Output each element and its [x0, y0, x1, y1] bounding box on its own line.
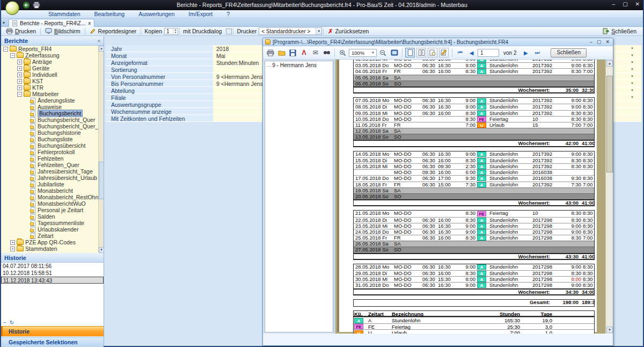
minus-expander-icon[interactable]: −: [17, 92, 22, 97]
pdf-export-icon[interactable]: Λ: [299, 48, 309, 58]
plus-expander-icon[interactable]: +: [17, 85, 22, 90]
preview-maximize-button[interactable]: ▢: [597, 39, 602, 45]
tree-item-kst[interactable]: +KST: [1, 78, 104, 84]
search-icon[interactable]: [321, 48, 332, 58]
tree-item-monatsbericht-restohnegeplant[interactable]: Monatsbericht_RestOhneGeplant: [1, 194, 104, 200]
dropdown-arrow-icon[interactable]: ▼: [631, 89, 634, 92]
tree-item-jubilarliste[interactable]: Jubilarliste: [1, 181, 104, 187]
scroll-thumb[interactable]: [99, 162, 104, 199]
drucker-select[interactable]: < Standarddrucker >▼: [259, 27, 322, 35]
next-page-icon[interactable]: ▶: [521, 48, 531, 58]
dropdown-arrow-icon[interactable]: ▼: [631, 75, 634, 78]
remove-icon[interactable]: −: [3, 320, 6, 326]
menu-item-stammdaten[interactable]: Stammdaten: [48, 11, 80, 17]
tree-item-jahres-bersicht-urlaub[interactable]: Jahresübersicht_Urlaub: [1, 175, 104, 181]
tree-item-salden[interactable]: Salden: [1, 213, 104, 220]
historie-item[interactable]: 11.12.2018 13:43:43: [1, 277, 104, 284]
historie-item[interactable]: 10.12.2018 15:58:51: [1, 270, 104, 277]
preview-schliessen-button[interactable]: Schließen: [551, 48, 586, 57]
kopien-stepper[interactable]: 1▲▼: [164, 28, 178, 35]
two-page-view-button[interactable]: [416, 48, 426, 57]
tree-item-reports-fr4[interactable]: −Reports_FR4: [1, 46, 104, 52]
dropdown-arrow-icon[interactable]: ▼: [631, 61, 634, 64]
tree-item-zeiterfassung[interactable]: −Zeiterfassung: [1, 52, 104, 59]
first-page-icon[interactable]: ⏮: [455, 48, 465, 58]
zuruecksetzen-button[interactable]: ✗ Zurücksetzen: [325, 27, 372, 35]
previous-page-icon[interactable]: ◀: [466, 48, 477, 58]
save-button[interactable]: [288, 48, 298, 58]
tree-item-nderungsliste[interactable]: Änderungsliste: [1, 97, 104, 104]
druckdialog-checkbox[interactable]: [226, 28, 232, 34]
dropdown-arrow-icon[interactable]: ▼: [631, 68, 634, 71]
menu-item-im-export[interactable]: Im/Export: [188, 11, 213, 17]
last-page-icon[interactable]: ⏭: [532, 48, 542, 58]
print-button[interactable]: [265, 48, 275, 58]
dropdown-arrow-icon[interactable]: ▼: [631, 82, 634, 85]
tree-item-individuell[interactable]: +Individuell: [1, 71, 104, 78]
scroll-down-icon[interactable]: ▼: [606, 327, 613, 333]
reportdesigner-button[interactable]: Reportdesigner: [86, 27, 140, 35]
tree-item-mitarbeiter[interactable]: −Mitarbeiter: [1, 91, 104, 97]
plus-expander-icon[interactable]: +: [17, 79, 22, 84]
historie-accordion-bar[interactable]: Historie: [1, 326, 104, 336]
tree-item-zeitart[interactable]: Zeitart: [1, 233, 104, 239]
tree-item-ktr[interactable]: +KTR: [1, 84, 104, 91]
menu-item-bearbeitung[interactable]: Bearbeitung: [94, 11, 125, 17]
app-logo-icon[interactable]: [5, 1, 19, 15]
page-number-input[interactable]: 1: [478, 49, 499, 57]
zoom-level-select[interactable]: 100%▼: [349, 49, 377, 57]
tree-item-buchungsbericht-quer-ohne[interactable]: Buchungsbericht_Quer_Ohne: [1, 123, 104, 129]
page-edit-view-button[interactable]: [439, 48, 449, 57]
minus-expander-icon[interactable]: −: [10, 53, 15, 58]
menu-item-[interactable]: ?: [226, 11, 230, 17]
plus-expander-icon[interactable]: +: [17, 60, 22, 64]
tree-item-jahres-bersicht-tage[interactable]: Jahresübersicht_Tage: [1, 168, 104, 175]
close-button[interactable]: ✕: [635, 1, 640, 7]
refresh-icon[interactable]: ↻: [10, 320, 14, 326]
tree-item-fehlzeiten-quer[interactable]: Fehlzeiten_Quer: [1, 162, 104, 168]
plus-expander-icon[interactable]: +: [17, 73, 22, 77]
scroll-up-icon[interactable]: ▲: [606, 60, 613, 67]
tab-berichte[interactable]: Berichte - Reports_FR4\Z... x: [9, 19, 94, 27]
tree-item-urlaubskalender[interactable]: Urlaubskalender: [1, 226, 104, 233]
preview-close-button[interactable]: ✕: [605, 39, 610, 45]
preview-title-bar[interactable]: [Programm-\...\Reports_FR4\Zeiterfassung…: [263, 38, 613, 46]
drucken-button[interactable]: Drucken: [3, 27, 39, 35]
employee-tree-item[interactable]: 9 - Herrmann Jens: [267, 62, 333, 68]
tree-scrollbar[interactable]: ▲ ▼: [98, 46, 104, 253]
menu-item-auswertungen[interactable]: Auswertungen: [138, 11, 174, 17]
schliessen-button[interactable]: Schließen: [599, 27, 640, 35]
tree-item-stammdaten[interactable]: +Stammdaten: [1, 245, 104, 252]
tree-item-buchungshistorie[interactable]: Buchungshistorie: [1, 129, 104, 136]
scroll-up-icon[interactable]: ▲: [99, 46, 104, 52]
tree-item-monatsbericht[interactable]: Monatsbericht: [1, 187, 104, 194]
historie-item[interactable]: 04.07.2017 08:11:56: [1, 263, 104, 270]
tab-dropdown-icon[interactable]: ▾: [3, 20, 5, 25]
maximize-button[interactable]: ▢: [623, 1, 627, 7]
zoom-in-icon[interactable]: [338, 48, 348, 58]
tree-item-fehlzeiten[interactable]: Fehlzeiten: [1, 155, 104, 162]
tree-item-tagessummenliste[interactable]: Tagessummenliste: [1, 220, 104, 226]
tree-item-buchungsbericht[interactable]: Buchungsbericht: [1, 110, 104, 117]
print-quick-icon[interactable]: [33, 2, 40, 9]
dropdown-arrow-icon[interactable]: ▼: [631, 96, 634, 99]
plus-expander-icon[interactable]: +: [10, 247, 15, 251]
plus-expander-icon[interactable]: +: [17, 66, 22, 71]
minus-expander-icon[interactable]: −: [3, 47, 8, 52]
collapse-chevron-icon[interactable]: «: [98, 38, 100, 44]
tree-item-fehlerprotokoll[interactable]: Fehlerprotokoll: [1, 149, 104, 155]
tree-item-personal-je-zeitart[interactable]: Personal je Zeitart: [1, 207, 104, 213]
back-arrow-icon[interactable]: [23, 2, 30, 9]
dropdown-arrow-icon[interactable]: ▼: [631, 47, 634, 50]
preview-vertical-scrollbar[interactable]: ▲ ▼: [605, 60, 613, 334]
scroll-thumb[interactable]: [606, 76, 613, 172]
tree-item-buchungs-bersicht[interactable]: Buchungsübersicht: [1, 142, 104, 149]
single-page-view-button[interactable]: [405, 48, 415, 57]
scroll-down-icon[interactable]: ▼: [99, 247, 104, 253]
minimize-button[interactable]: –: [612, 1, 616, 7]
page-zoom-view-button[interactable]: [428, 48, 437, 57]
tree-item-monatsberichtwuo[interactable]: MonatsberichtWuO: [1, 200, 104, 207]
tree-item-buchungsliste[interactable]: Buchungsliste: [1, 136, 104, 142]
bildschirm-button[interactable]: Bildschirm: [42, 27, 83, 35]
gespeicherte-selektionen-bar[interactable]: Gespeicherte Selektionen: [1, 337, 104, 347]
